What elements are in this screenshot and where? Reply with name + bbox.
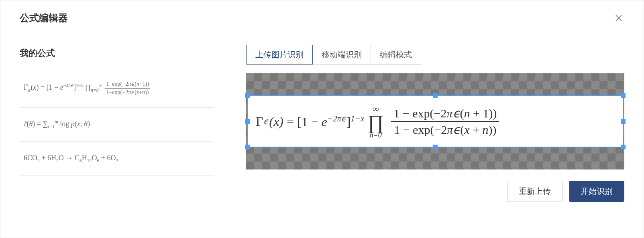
formula-product: ∞ ∏ n=0 bbox=[367, 105, 384, 139]
resize-handle-top-mid[interactable] bbox=[433, 93, 438, 98]
resize-handle-top-right[interactable] bbox=[621, 93, 626, 98]
close-icon bbox=[614, 13, 624, 23]
resize-handle-top-left[interactable] bbox=[245, 93, 250, 98]
fraction-denominator: 1 − exp(−2πϵ(x + n)) bbox=[391, 122, 499, 137]
tabs: 上传图片识别移动端识别编辑模式 bbox=[246, 45, 624, 65]
resize-handle-bot-left[interactable] bbox=[245, 145, 250, 149]
right-panel: 上传图片识别移动端识别编辑模式 Γϵ(x) = [1 − e−2πϵ]1−x bbox=[233, 36, 644, 236]
formula-sub: ϵ bbox=[263, 117, 269, 126]
selection-box[interactable]: Γϵ(x) = [1 − e−2πϵ]1−x ∞ ∏ n=0 1 − exp(−… bbox=[247, 95, 624, 147]
resize-handle-mid-left[interactable] bbox=[245, 119, 250, 124]
product-bottom: n=0 bbox=[370, 131, 382, 139]
formula-item-0[interactable]: Γϵ(x) = [1 − e−2πϵ]1−x ∏n=0∞ 1−exp(−2πϵ(… bbox=[20, 69, 214, 108]
formula-gamma: Γ bbox=[256, 114, 263, 129]
formula-exp1: −2πϵ bbox=[327, 114, 346, 123]
resize-handle-mid-right[interactable] bbox=[621, 119, 626, 124]
recognize-button[interactable]: 开始识别 bbox=[569, 181, 624, 202]
close-button[interactable] bbox=[613, 12, 624, 24]
resize-handle-bot-mid[interactable] bbox=[433, 145, 438, 149]
action-row: 重新上传 开始识别 bbox=[246, 181, 624, 202]
modal-body: 我的公式 Γϵ(x) = [1 − e−2πϵ]1−x ∏n=0∞ 1−exp(… bbox=[0, 36, 644, 236]
formula-fraction: 1 − exp(−2πϵ(n + 1)) 1 − exp(−2πϵ(x + n)… bbox=[391, 106, 499, 137]
modal-header: 公式编辑器 bbox=[0, 0, 644, 36]
formula-arg: (x) bbox=[269, 114, 284, 129]
formula-item-2[interactable]: 6CO2 + 6H2O → C6H12O6 + 6O2 bbox=[20, 142, 214, 176]
tab-0[interactable]: 上传图片识别 bbox=[246, 45, 313, 65]
tab-1[interactable]: 移动端识别 bbox=[312, 45, 371, 65]
resize-handle-bot-right[interactable] bbox=[621, 145, 626, 149]
canvas-area[interactable]: Γϵ(x) = [1 − e−2πϵ]1−x ∞ ∏ n=0 1 − exp(−… bbox=[246, 73, 624, 169]
preview-formula: Γϵ(x) = [1 − e−2πϵ]1−x ∞ ∏ n=0 1 − exp(−… bbox=[256, 105, 499, 139]
formula-eq: = bbox=[287, 114, 294, 129]
modal-title: 公式编辑器 bbox=[20, 12, 68, 24]
formula-exp2: 1−x bbox=[351, 114, 364, 123]
formula-list: Γϵ(x) = [1 − e−2πϵ]1−x ∏n=0∞ 1−exp(−2πϵ(… bbox=[20, 69, 214, 176]
formula-item-1[interactable]: ℓ(θ) = ∑i=1m log p(x; θ) bbox=[20, 108, 214, 142]
tab-2[interactable]: 编辑模式 bbox=[371, 45, 421, 65]
formula-editor-modal: 公式编辑器 我的公式 Γϵ(x) = [1 − e−2πϵ]1−x ∏n=0∞ … bbox=[0, 0, 644, 238]
reupload-button[interactable]: 重新上传 bbox=[507, 181, 562, 202]
left-panel: 我的公式 Γϵ(x) = [1 − e−2πϵ]1−x ∏n=0∞ 1−exp(… bbox=[0, 36, 233, 236]
formula-bracket: [1 − e−2πϵ]1−x bbox=[297, 114, 364, 129]
product-symbol: ∏ bbox=[367, 113, 384, 131]
left-heading: 我的公式 bbox=[20, 47, 214, 59]
fraction-numerator: 1 − exp(−2πϵ(n + 1)) bbox=[391, 106, 499, 122]
